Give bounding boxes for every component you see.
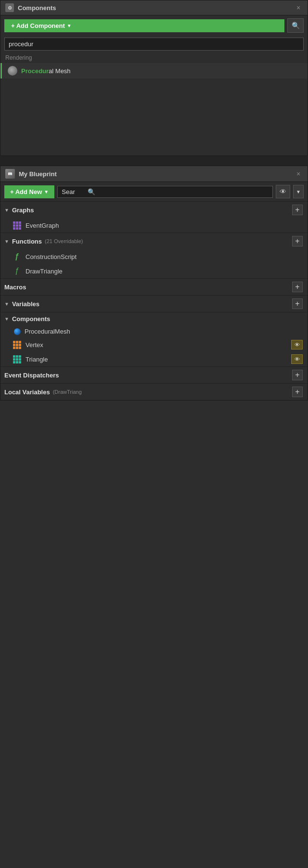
blueprint-eye-button[interactable]: 👁 [276, 185, 290, 198]
macros-add-button[interactable]: + [292, 282, 303, 292]
eventgraph-grid-icon [13, 221, 21, 230]
graphs-section-title: Graphs [12, 207, 34, 214]
add-new-arrow: ▼ [44, 189, 49, 194]
vertex-label: Vertex [26, 341, 43, 349]
graphs-add-button[interactable]: + [292, 205, 303, 215]
vertex-visibility-badge[interactable]: 👁 [291, 340, 303, 350]
add-component-button[interactable]: + Add Component ▼ [4, 19, 284, 32]
blueprint-panel-title: 📖 My Blueprint [5, 169, 57, 179]
procedural-mesh-icon [8, 66, 17, 76]
variables-section-header[interactable]: ▼ Variables + [0, 295, 308, 312]
add-new-button[interactable]: + Add New ▼ [4, 185, 54, 198]
components-section-header[interactable]: ▼ Components [0, 312, 308, 325]
components-panel-icon: ⚙ [5, 3, 14, 12]
procedural-mesh-highlight: Procedur [21, 67, 49, 75]
blueprint-search-box: 🔍 [57, 186, 273, 198]
variables-add-button[interactable]: + [292, 298, 303, 309]
draw-triangle-item[interactable]: ƒ DrawTriangle [0, 264, 308, 278]
blueprint-toolbar: + Add New ▼ 🔍 👁 ▼ [0, 182, 308, 201]
variables-collapse-arrow: ▼ [4, 301, 9, 307]
event-dispatchers-add-button[interactable]: + [292, 370, 303, 380]
blueprint-panel-header: 📖 My Blueprint × [0, 166, 308, 182]
construction-script-item[interactable]: ƒ ConstructionScript [0, 249, 308, 264]
procedural-mesh-component-label: ProceduralMesh [25, 328, 70, 335]
procedural-mesh-rest: al Mesh [49, 67, 71, 75]
vertex-item[interactable]: Vertex 👁 [0, 337, 308, 352]
triangle-grid-icon [13, 355, 21, 363]
functions-section-title: Functions [12, 238, 42, 245]
eye-icon: 👁 [280, 188, 286, 195]
blueprint-panel-icon: 📖 [5, 169, 15, 179]
macros-section-title: Macros [4, 284, 26, 291]
procedural-mesh-label: Procedural Mesh [21, 67, 71, 75]
variables-section-title: Variables [12, 300, 39, 308]
blueprint-search-input[interactable] [62, 188, 86, 195]
graphs-collapse-arrow: ▼ [4, 207, 9, 213]
procedural-mesh-component-item[interactable]: ProceduralMesh [0, 325, 308, 337]
vertex-grid-icon [13, 341, 21, 349]
local-variables-add-button[interactable]: + [292, 387, 303, 397]
components-panel-header: ⚙ Components × [0, 0, 308, 15]
procedural-mesh-sphere-icon [14, 328, 21, 335]
procedural-mesh-result[interactable]: Procedural Mesh [0, 63, 308, 78]
components-empty-area [0, 78, 308, 155]
local-variables-section-header[interactable]: Local Variables (DrawTriang + [0, 383, 308, 400]
functions-section-header[interactable]: ▼ Functions (21 Overridable) + [0, 233, 308, 249]
panel-divider [0, 156, 308, 166]
dropdown-arrow-icon: ▼ [296, 189, 301, 194]
add-component-arrow: ▼ [67, 23, 72, 28]
local-variables-badge: (DrawTriang [53, 389, 82, 395]
component-search-input[interactable] [4, 38, 304, 51]
triangle-label: Triangle [26, 356, 48, 363]
construction-script-label: ConstructionScript [26, 253, 77, 260]
functions-add-button[interactable]: + [292, 236, 303, 246]
components-panel: ⚙ Components × + Add Component ▼ 🔍 Rende… [0, 0, 308, 156]
components-panel-close[interactable]: × [294, 3, 303, 12]
components-collapse-arrow: ▼ [4, 316, 9, 322]
component-search-icon-button[interactable]: 🔍 [287, 18, 304, 33]
event-dispatchers-section-title: Event Dispatchers [4, 372, 59, 379]
functions-badge: (21 Overridable) [45, 238, 83, 244]
construction-script-icon: ƒ [12, 252, 22, 261]
functions-collapse-arrow: ▼ [4, 239, 9, 244]
draw-triangle-label: DrawTriangle [26, 268, 63, 275]
event-dispatchers-section-header[interactable]: Event Dispatchers + [0, 366, 308, 383]
component-search-bar [0, 36, 308, 52]
triangle-visibility-badge[interactable]: 👁 [291, 354, 303, 364]
vertex-icon [12, 340, 22, 350]
draw-triangle-icon: ƒ [12, 266, 22, 276]
blueprint-panel-close[interactable]: × [294, 169, 303, 178]
blueprint-search-icon: 🔍 [88, 188, 95, 195]
graphs-section-header[interactable]: ▼ Graphs + [0, 201, 308, 218]
macros-section-header[interactable]: Macros + [0, 278, 308, 295]
eventgraph-label: EventGraph [26, 222, 59, 229]
local-variables-section-title: Local Variables [4, 389, 50, 396]
components-panel-title: ⚙ Components [5, 3, 56, 12]
blueprint-dropdown-button[interactable]: ▼ [293, 185, 304, 198]
triangle-item[interactable]: Triangle 👁 [0, 352, 308, 366]
components-section-title: Components [12, 315, 50, 323]
rendering-category-label: Rendering [0, 52, 308, 63]
add-component-toolbar: + Add Component ▼ 🔍 [0, 15, 308, 36]
eventgraph-item[interactable]: EventGraph [0, 218, 308, 233]
eventgraph-icon [12, 220, 22, 230]
blueprint-panel: 📖 My Blueprint × + Add New ▼ 🔍 👁 ▼ ▼ Gra… [0, 166, 308, 401]
triangle-icon [12, 354, 22, 364]
